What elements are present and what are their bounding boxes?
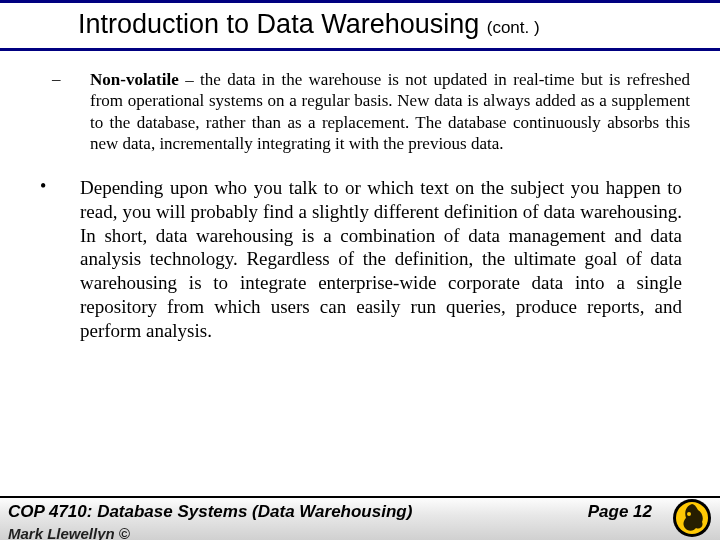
svg-point-2 xyxy=(687,512,691,516)
title-cont: (cont. ) xyxy=(487,18,540,37)
main-bullet-dot: • xyxy=(30,176,80,342)
ucf-logo-icon xyxy=(672,498,712,538)
sub-bullet-row: – Non-volatile – the data in the warehou… xyxy=(30,69,690,154)
slide-title: Introduction to Data Warehousing (cont. … xyxy=(0,9,720,40)
sub-bullet-term: Non-volatile xyxy=(90,70,179,89)
title-bar: Introduction to Data Warehousing (cont. … xyxy=(0,0,720,51)
title-main: Introduction to Data Warehousing xyxy=(78,9,479,39)
footer-course: COP 4710: Database Systems (Data Warehou… xyxy=(8,502,588,522)
main-bullet-row: • Depending upon who you talk to or whic… xyxy=(30,176,690,342)
footer-byline: Mark Llewellyn © xyxy=(8,525,130,540)
slide: Introduction to Data Warehousing (cont. … xyxy=(0,0,720,540)
sub-bullet-rest: – the data in the warehouse is not updat… xyxy=(90,70,690,153)
content-area: – Non-volatile – the data in the warehou… xyxy=(0,51,720,342)
main-bullet-text: Depending upon who you talk to or which … xyxy=(80,176,690,342)
footer-bar: COP 4710: Database Systems (Data Warehou… xyxy=(0,496,720,540)
footer-page: Page 12 xyxy=(588,502,652,522)
sub-bullet-text: Non-volatile – the data in the warehouse… xyxy=(90,69,690,154)
sub-bullet-dash: – xyxy=(30,69,90,154)
